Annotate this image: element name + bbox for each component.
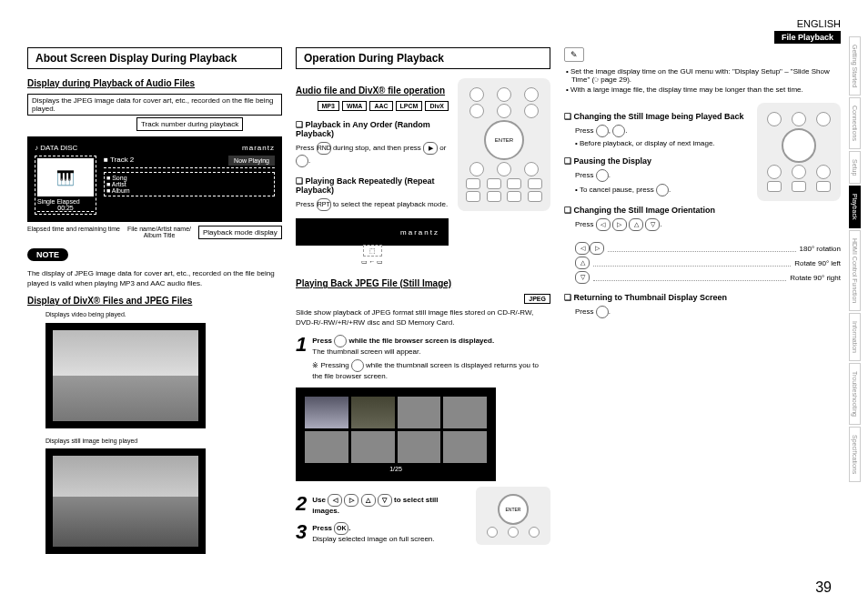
thumbnail-grid: 1/25	[296, 388, 496, 481]
player-screen: ♪ DATA DISC marantz 🎹 Single Elapsed 00:…	[27, 136, 282, 222]
orient-right-icon: ▷	[612, 218, 627, 231]
instruction-return: Press .	[575, 306, 841, 318]
heading-repeat: Playing Back Repeatedly (Repeat Playback…	[296, 176, 449, 195]
orient-90r: Rotate 90° right	[790, 274, 841, 282]
heading-random: Playback in Any Order (Random Playback)	[296, 120, 449, 138]
next-icon	[612, 125, 625, 137]
tab-getting-started[interactable]: Getting Started	[849, 36, 861, 96]
tab-specifications[interactable]: Specifications	[849, 427, 861, 482]
step1-text-b: while the file browser screen is display…	[347, 337, 494, 345]
note-pill: NOTE	[27, 248, 68, 261]
instruction-orient: Press ◁ ▷ △ ▽.	[575, 218, 748, 231]
subtitle-audio-display: Display during Playback of Audio Files	[27, 78, 282, 88]
tab-information[interactable]: Information	[849, 313, 861, 361]
step1-text-a: Press	[312, 337, 334, 345]
rot-left-icon: ◁	[575, 242, 590, 255]
tab-troubleshooting[interactable]: Troubleshooting	[849, 363, 861, 425]
annotation-right: Playback mode display	[198, 226, 282, 239]
rot-right-icon: ▷	[590, 242, 604, 255]
caption-still: Displays still image being played	[45, 438, 282, 445]
now-playing-label: Now Playing	[228, 156, 275, 166]
tab-connections[interactable]: Connections	[849, 97, 861, 149]
heading-orientation: Changing the Still Image Orientation	[564, 206, 748, 215]
jpeg-intro: Slide show playback of JPEG format still…	[296, 307, 550, 327]
disc-label: DATA DISC	[40, 144, 77, 152]
left-icon: ◁	[328, 494, 342, 507]
rot-up-icon: △	[575, 257, 590, 269]
side-tabs: Getting Started Connections Setup Playba…	[849, 36, 861, 482]
badge-lpcm: LPCM	[396, 101, 423, 111]
orient-up-icon: △	[629, 218, 643, 231]
section-about-display: About Screen Display During Playback	[27, 47, 282, 69]
track-label: Track 2	[110, 156, 134, 164]
remote-dpad	[782, 128, 816, 163]
still-preview	[45, 448, 206, 554]
heading-pause: Pausing the Display	[564, 156, 748, 166]
caption-video: Displays video being played.	[45, 311, 282, 318]
remote-hint-icons: ⬚ ▭ ← ▭	[296, 247, 449, 266]
badge-mp3: MP3	[318, 101, 339, 111]
step3-text-b: .	[348, 524, 350, 532]
language-label: ENGLISH	[797, 18, 841, 29]
orient-180: 180° rotation	[800, 245, 841, 253]
elapsed-label: Single Elapsed	[37, 198, 80, 205]
cover-art-icon: 🎹	[37, 158, 94, 196]
display-bar: marantz	[296, 218, 449, 246]
up-icon: △	[361, 494, 376, 507]
video-preview	[45, 323, 206, 428]
callout-jpeg-data: Displays the JPEG image data for cover a…	[27, 94, 282, 116]
tag-song: Song	[112, 175, 126, 181]
breadcrumb: File Playback	[774, 31, 841, 44]
heading-change-image: Changing the Still Image being Played Ba…	[564, 112, 748, 121]
remote-control-2	[757, 103, 841, 201]
thumb-counter: 1/25	[305, 466, 487, 472]
note-text: The display of JPEG image data for cover…	[27, 268, 282, 288]
repeat-icon: RPT	[317, 198, 331, 211]
instruction-change: Press , .	[575, 125, 748, 137]
step1-note: The thumbnail screen will appear.	[312, 347, 550, 356]
play-icon-2	[656, 184, 669, 196]
remote-control-small: ENTER	[476, 487, 550, 545]
step2-text-a: Use	[312, 496, 328, 504]
enter-icon	[296, 155, 308, 167]
instruction-random: Press RND during stop, and then press ▶ …	[296, 142, 449, 167]
play-icon: ▶	[423, 142, 438, 155]
instruction-repeat: Press RPT to select the repeat playback …	[296, 198, 449, 211]
popup-menu-icon-2	[351, 359, 364, 372]
badge-jpeg: JPEG	[524, 294, 550, 304]
tab-setup[interactable]: Setup	[849, 151, 861, 184]
orient-down-icon: ▽	[645, 218, 660, 231]
tag-artist: Artist	[112, 181, 126, 187]
pause-note: To cancel pause, press .	[580, 184, 748, 196]
step-1-number: 1	[296, 335, 307, 355]
ok-icon: OK	[334, 522, 348, 535]
annotation-mid: File name/Artist name/ Album Title	[127, 226, 191, 241]
random-icon: RND	[317, 142, 331, 155]
down-icon: ▽	[378, 494, 392, 507]
rot-down-icon: ▽	[575, 271, 590, 284]
step3-text-a: Press	[312, 524, 334, 532]
time-value: 00:25	[37, 205, 94, 212]
brand-label: marantz	[242, 144, 275, 152]
subtitle-divx-jpeg: Display of DivX® Files and JPEG Files	[27, 296, 282, 306]
remote-enter-small: ENTER	[498, 494, 529, 525]
bullet-display-time: Set the image display time on the GUI me…	[571, 67, 841, 84]
subtitle-audio-divx-op: Audio file and DivX® file operation	[296, 86, 449, 96]
bullet-large-image: With a large image file, the display tim…	[571, 86, 841, 94]
subtitle-jpeg-playback: Playing Back JPEG File (Still Image)	[296, 278, 550, 288]
badge-aac: AAC	[369, 101, 392, 111]
heading-return-thumb: Returning to Thumbnail Display Screen	[564, 293, 841, 302]
change-note: Before playback, or display of next imag…	[580, 139, 748, 147]
badge-divx: DivX	[425, 101, 449, 111]
callout-track-number: Track number during playback	[136, 117, 243, 131]
remote-control-1: ENTER	[458, 78, 550, 211]
orient-90l: Rotate 90° left	[794, 259, 841, 267]
tab-playback[interactable]: Playback	[849, 186, 861, 227]
popup-menu-icon-3	[596, 306, 609, 318]
section-operation: Operation During Playback	[296, 47, 550, 69]
note-icon: ✎	[564, 47, 584, 62]
tab-hdmi[interactable]: HDMI Control Function	[849, 230, 861, 311]
step3-text-c: Display selected image on full screen.	[312, 535, 434, 543]
step-3-number: 3	[296, 522, 307, 542]
annotation-left: Elapsed time and remaining time	[27, 226, 120, 241]
